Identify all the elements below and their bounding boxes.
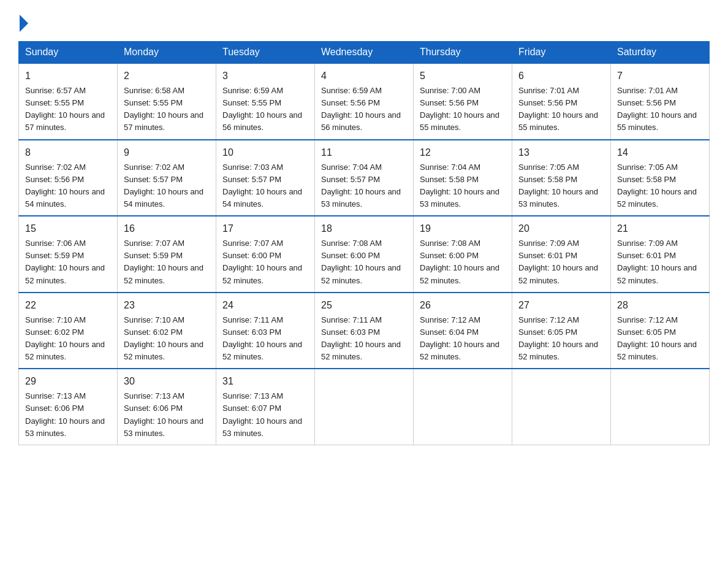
- day-number: 15: [25, 221, 111, 236]
- day-info: Sunrise: 7:12 AMSunset: 6:04 PMDaylight:…: [420, 314, 506, 364]
- day-number: 30: [124, 374, 210, 389]
- day-info: Sunrise: 6:57 AMSunset: 5:55 PMDaylight:…: [25, 85, 111, 134]
- calendar-week-row: 8Sunrise: 7:02 AMSunset: 5:56 PMDaylight…: [19, 140, 710, 216]
- day-number: 27: [518, 298, 604, 313]
- day-info: Sunrise: 7:10 AMSunset: 6:02 PMDaylight:…: [124, 314, 210, 364]
- day-number: 21: [617, 221, 703, 236]
- day-info: Sunrise: 7:13 AMSunset: 6:06 PMDaylight:…: [25, 390, 111, 440]
- day-number: 10: [222, 145, 308, 160]
- day-number: 5: [420, 69, 506, 83]
- calendar-cell: [315, 369, 414, 445]
- calendar-cell: 29Sunrise: 7:13 AMSunset: 6:06 PMDayligh…: [19, 369, 118, 445]
- calendar-cell: 16Sunrise: 7:07 AMSunset: 5:59 PMDayligh…: [118, 216, 216, 293]
- page-header: [18, 12, 710, 29]
- calendar-cell: 5Sunrise: 7:00 AMSunset: 5:56 PMDaylight…: [414, 63, 512, 140]
- day-info: Sunrise: 7:10 AMSunset: 6:02 PMDaylight:…: [25, 314, 111, 364]
- day-number: 14: [617, 145, 703, 160]
- calendar-cell: 9Sunrise: 7:02 AMSunset: 5:57 PMDaylight…: [118, 140, 216, 216]
- calendar-cell: 17Sunrise: 7:07 AMSunset: 6:00 PMDayligh…: [216, 216, 315, 293]
- calendar-cell: 21Sunrise: 7:09 AMSunset: 6:01 PMDayligh…: [611, 216, 710, 293]
- day-number: 3: [222, 69, 308, 83]
- calendar-cell: 30Sunrise: 7:13 AMSunset: 6:06 PMDayligh…: [118, 369, 216, 445]
- day-number: 25: [321, 298, 407, 313]
- calendar-cell: 28Sunrise: 7:12 AMSunset: 6:05 PMDayligh…: [611, 293, 710, 369]
- calendar-cell: 13Sunrise: 7:05 AMSunset: 5:58 PMDayligh…: [512, 140, 611, 216]
- day-info: Sunrise: 7:11 AMSunset: 6:03 PMDaylight:…: [222, 314, 308, 364]
- calendar-week-row: 29Sunrise: 7:13 AMSunset: 6:06 PMDayligh…: [19, 369, 710, 445]
- day-header-monday: Monday: [118, 42, 216, 64]
- day-info: Sunrise: 7:13 AMSunset: 6:07 PMDaylight:…: [222, 390, 308, 440]
- calendar-cell: 2Sunrise: 6:58 AMSunset: 5:55 PMDaylight…: [118, 63, 216, 140]
- calendar-cell: [611, 369, 710, 445]
- day-number: 7: [617, 69, 703, 83]
- day-info: Sunrise: 7:02 AMSunset: 5:56 PMDaylight:…: [25, 161, 111, 211]
- day-info: Sunrise: 7:07 AMSunset: 6:00 PMDaylight:…: [222, 237, 308, 287]
- day-number: 1: [25, 69, 111, 83]
- day-number: 9: [124, 145, 210, 160]
- calendar-cell: 6Sunrise: 7:01 AMSunset: 5:56 PMDaylight…: [512, 63, 611, 140]
- day-header-sunday: Sunday: [19, 42, 118, 64]
- day-number: 28: [617, 298, 703, 313]
- calendar-week-row: 22Sunrise: 7:10 AMSunset: 6:02 PMDayligh…: [19, 293, 710, 369]
- calendar-cell: 7Sunrise: 7:01 AMSunset: 5:56 PMDaylight…: [611, 63, 710, 140]
- day-number: 4: [321, 69, 407, 83]
- calendar-cell: [414, 369, 512, 445]
- day-info: Sunrise: 7:13 AMSunset: 6:06 PMDaylight:…: [124, 390, 210, 440]
- day-info: Sunrise: 7:07 AMSunset: 5:59 PMDaylight:…: [124, 237, 210, 287]
- day-header-thursday: Thursday: [414, 42, 512, 64]
- day-info: Sunrise: 7:04 AMSunset: 5:57 PMDaylight:…: [321, 161, 407, 211]
- calendar-cell: 26Sunrise: 7:12 AMSunset: 6:04 PMDayligh…: [414, 293, 512, 369]
- calendar-cell: 8Sunrise: 7:02 AMSunset: 5:56 PMDaylight…: [19, 140, 118, 216]
- calendar-cell: 20Sunrise: 7:09 AMSunset: 6:01 PMDayligh…: [512, 216, 611, 293]
- day-number: 31: [222, 374, 308, 389]
- day-info: Sunrise: 6:59 AMSunset: 5:56 PMDaylight:…: [321, 85, 407, 134]
- calendar-cell: 31Sunrise: 7:13 AMSunset: 6:07 PMDayligh…: [216, 369, 315, 445]
- day-number: 19: [420, 221, 506, 236]
- day-number: 6: [518, 69, 604, 83]
- day-info: Sunrise: 7:08 AMSunset: 6:00 PMDaylight:…: [321, 237, 407, 287]
- day-info: Sunrise: 7:11 AMSunset: 6:03 PMDaylight:…: [321, 314, 407, 364]
- calendar-cell: 23Sunrise: 7:10 AMSunset: 6:02 PMDayligh…: [118, 293, 216, 369]
- day-number: 17: [222, 221, 308, 236]
- logo: [18, 12, 28, 29]
- day-number: 11: [321, 145, 407, 160]
- day-info: Sunrise: 7:00 AMSunset: 5:56 PMDaylight:…: [420, 85, 506, 134]
- calendar-cell: 14Sunrise: 7:05 AMSunset: 5:58 PMDayligh…: [611, 140, 710, 216]
- calendar-cell: 3Sunrise: 6:59 AMSunset: 5:55 PMDaylight…: [216, 63, 315, 140]
- day-number: 23: [124, 298, 210, 313]
- calendar-cell: 24Sunrise: 7:11 AMSunset: 6:03 PMDayligh…: [216, 293, 315, 369]
- day-header-wednesday: Wednesday: [315, 42, 414, 64]
- day-number: 2: [124, 69, 210, 83]
- day-number: 20: [518, 221, 604, 236]
- day-info: Sunrise: 7:06 AMSunset: 5:59 PMDaylight:…: [25, 237, 111, 287]
- day-number: 24: [222, 298, 308, 313]
- day-info: Sunrise: 7:09 AMSunset: 6:01 PMDaylight:…: [617, 237, 703, 287]
- day-info: Sunrise: 7:04 AMSunset: 5:58 PMDaylight:…: [420, 161, 506, 211]
- day-number: 16: [124, 221, 210, 236]
- calendar-week-row: 1Sunrise: 6:57 AMSunset: 5:55 PMDaylight…: [19, 63, 710, 140]
- day-number: 12: [420, 145, 506, 160]
- day-info: Sunrise: 7:01 AMSunset: 5:56 PMDaylight:…: [518, 85, 604, 134]
- calendar-cell: 19Sunrise: 7:08 AMSunset: 6:00 PMDayligh…: [414, 216, 512, 293]
- calendar-cell: 25Sunrise: 7:11 AMSunset: 6:03 PMDayligh…: [315, 293, 414, 369]
- calendar-table: SundayMondayTuesdayWednesdayThursdayFrid…: [18, 41, 710, 445]
- day-info: Sunrise: 6:59 AMSunset: 5:55 PMDaylight:…: [222, 85, 308, 134]
- calendar-cell: 11Sunrise: 7:04 AMSunset: 5:57 PMDayligh…: [315, 140, 414, 216]
- day-header-friday: Friday: [512, 42, 611, 64]
- calendar-cell: [512, 369, 611, 445]
- calendar-cell: 15Sunrise: 7:06 AMSunset: 5:59 PMDayligh…: [19, 216, 118, 293]
- day-number: 18: [321, 221, 407, 236]
- day-number: 13: [518, 145, 604, 160]
- calendar-cell: 22Sunrise: 7:10 AMSunset: 6:02 PMDayligh…: [19, 293, 118, 369]
- calendar-cell: 27Sunrise: 7:12 AMSunset: 6:05 PMDayligh…: [512, 293, 611, 369]
- day-info: Sunrise: 7:02 AMSunset: 5:57 PMDaylight:…: [124, 161, 210, 211]
- day-number: 29: [25, 374, 111, 389]
- day-number: 8: [25, 145, 111, 160]
- day-info: Sunrise: 7:03 AMSunset: 5:57 PMDaylight:…: [222, 161, 308, 211]
- day-info: Sunrise: 7:08 AMSunset: 6:00 PMDaylight:…: [420, 237, 506, 287]
- day-number: 26: [420, 298, 506, 313]
- day-header-tuesday: Tuesday: [216, 42, 315, 64]
- logo-arrow-icon: [20, 15, 28, 32]
- day-info: Sunrise: 7:05 AMSunset: 5:58 PMDaylight:…: [617, 161, 703, 211]
- day-info: Sunrise: 7:12 AMSunset: 6:05 PMDaylight:…: [518, 314, 604, 364]
